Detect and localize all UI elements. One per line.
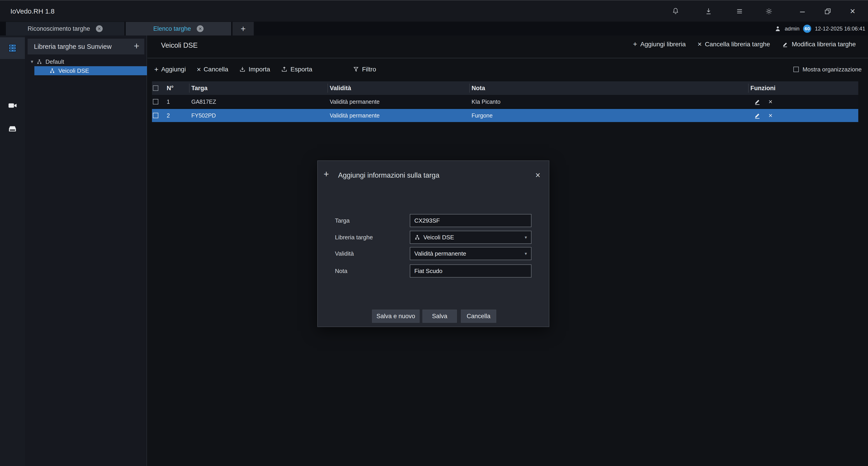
tab-label: Riconoscimento targhe bbox=[28, 25, 90, 32]
targa-input[interactable] bbox=[414, 214, 527, 227]
libreria-value: Veicoli DSE bbox=[423, 234, 454, 241]
save-button[interactable]: Salva bbox=[423, 310, 457, 323]
dialog-title: Aggiungi informazioni sulla targa bbox=[338, 171, 439, 179]
org-tree-icon bbox=[49, 68, 55, 74]
nota-field[interactable] bbox=[410, 264, 531, 277]
pencil-edit-icon bbox=[782, 41, 788, 48]
session-info: admin 60 12-12-2025 16:06:41 bbox=[774, 22, 865, 35]
plus-icon: + bbox=[154, 65, 158, 74]
add-library-button[interactable]: + Aggiungi libreria bbox=[633, 40, 686, 48]
cell-targa: FY502PD bbox=[191, 109, 216, 122]
dialog-close-icon[interactable]: × bbox=[532, 169, 544, 181]
restore-window-icon[interactable] bbox=[820, 0, 836, 22]
username[interactable]: admin bbox=[785, 26, 800, 32]
new-tab-button[interactable]: + bbox=[232, 22, 254, 35]
field-label-nota: Nota bbox=[335, 264, 405, 277]
col-funzioni[interactable]: Funzioni bbox=[750, 81, 775, 95]
table-row-selected[interactable]: 2 FY502PD Validità permanente Furgone × bbox=[152, 109, 858, 122]
libreria-select[interactable]: Veicoli DSE ▾ bbox=[410, 231, 531, 244]
storage-drive-icon bbox=[7, 124, 18, 134]
chevron-down-icon[interactable]: ▾ bbox=[525, 235, 527, 240]
show-organization-toggle[interactable]: Mostra organizzazione bbox=[794, 62, 862, 77]
session-badge[interactable]: 60 bbox=[803, 25, 811, 33]
cell-n: 1 bbox=[167, 95, 170, 108]
close-window-icon[interactable]: × bbox=[845, 0, 861, 22]
library-panel: Libreria targhe su Sunview + ▾ Default V… bbox=[25, 35, 147, 466]
chevron-down-icon[interactable]: ▾ bbox=[31, 59, 33, 65]
col-nota[interactable]: Nota bbox=[471, 81, 485, 95]
plate-library-icon bbox=[7, 43, 18, 53]
add-plate-button[interactable]: + Aggiungi bbox=[154, 65, 186, 74]
tree-item-default[interactable]: ▾ Default bbox=[25, 57, 147, 66]
import-button[interactable]: Importa bbox=[239, 66, 270, 73]
filter-funnel-icon bbox=[352, 66, 360, 73]
validita-value: Validità permanente bbox=[414, 250, 466, 257]
export-icon bbox=[281, 66, 288, 73]
add-library-icon[interactable]: + bbox=[134, 39, 139, 55]
row-checkbox[interactable] bbox=[153, 113, 158, 118]
x-icon: × bbox=[197, 65, 201, 74]
tab-close-icon[interactable]: × bbox=[197, 25, 204, 32]
divider bbox=[148, 58, 868, 58]
tab-label: Elenco targhe bbox=[153, 25, 191, 32]
save-and-new-button[interactable]: Salva e nuovo bbox=[372, 310, 420, 323]
tree-item-label: Default bbox=[45, 58, 64, 65]
select-all-checkbox[interactable] bbox=[153, 86, 158, 91]
minimize-icon[interactable] bbox=[795, 0, 810, 22]
notification-bell-icon[interactable] bbox=[668, 0, 683, 22]
edit-library-button[interactable]: Modifica libreria targhe bbox=[782, 40, 856, 48]
app-window: { "titlebar": { "app_title": "IoVedo.RH … bbox=[0, 0, 868, 466]
menu-icon[interactable] bbox=[732, 0, 747, 22]
cancel-button[interactable]: Cancella bbox=[461, 310, 496, 323]
import-icon bbox=[239, 66, 246, 73]
validita-select[interactable]: Validità permanente ▾ bbox=[410, 247, 531, 260]
sidebar-rail bbox=[0, 35, 25, 466]
user-icon bbox=[774, 25, 781, 32]
targa-field[interactable] bbox=[410, 214, 531, 227]
field-label-targa: Targa bbox=[335, 214, 405, 227]
edit-row-icon[interactable] bbox=[753, 109, 761, 122]
org-tree-icon bbox=[414, 234, 420, 240]
library-title: Veicoli DSE bbox=[161, 41, 198, 49]
delete-plate-button[interactable]: × Cancella bbox=[197, 65, 228, 74]
cell-validita: Validità permanente bbox=[330, 95, 380, 108]
tab-riconoscimento-targhe[interactable]: Riconoscimento targhe × bbox=[6, 22, 124, 35]
tab-elenco-targhe[interactable]: Elenco targhe × bbox=[126, 22, 231, 35]
sidebar-item-storage[interactable] bbox=[0, 118, 25, 140]
edit-row-icon[interactable] bbox=[753, 95, 761, 108]
sidebar-item-cameras[interactable] bbox=[0, 95, 25, 116]
sidebar-item-plate-library[interactable] bbox=[0, 37, 25, 59]
filter-button[interactable]: Filtro bbox=[352, 66, 376, 73]
field-label-libreria: Libreria targhe bbox=[335, 231, 405, 244]
cell-nota: Furgone bbox=[471, 109, 493, 122]
x-icon: × bbox=[698, 40, 702, 48]
tree-item-label: Veicoli DSE bbox=[58, 67, 89, 74]
table-row[interactable]: 1 GA817EZ Validità permanente KIa Picant… bbox=[152, 95, 858, 108]
library-panel-title: Libreria targhe su Sunview bbox=[34, 39, 112, 55]
org-tree-icon bbox=[36, 59, 42, 65]
delete-library-button[interactable]: × Cancella libreria targhe bbox=[698, 40, 770, 48]
library-panel-header: Libreria targhe su Sunview + bbox=[28, 39, 144, 55]
download-manager-icon[interactable] bbox=[701, 0, 716, 22]
settings-gear-icon[interactable] bbox=[761, 0, 777, 22]
show-organization-checkbox[interactable] bbox=[794, 67, 799, 72]
plate-toolbar: + Aggiungi × Cancella Importa Esporta bbox=[154, 62, 376, 77]
datetime: 12-12-2025 16:06:41 bbox=[815, 26, 865, 32]
cell-targa: GA817EZ bbox=[191, 95, 216, 108]
add-plate-dialog: + Aggiungi informazioni sulla targa × Ta… bbox=[317, 161, 549, 327]
titlebar: IoVedo.RH 1.8 × bbox=[0, 0, 868, 22]
tree-item-veicoli-dse[interactable]: Veicoli DSE bbox=[34, 66, 147, 75]
delete-row-icon[interactable]: × bbox=[769, 109, 773, 122]
col-n[interactable]: N° bbox=[167, 81, 174, 95]
nota-input[interactable] bbox=[414, 265, 527, 277]
export-button[interactable]: Esporta bbox=[281, 66, 312, 73]
row-checkbox[interactable] bbox=[153, 99, 158, 104]
col-targa[interactable]: Targa bbox=[191, 81, 208, 95]
col-validita[interactable]: Validità bbox=[330, 81, 351, 95]
camera-icon bbox=[7, 100, 18, 111]
delete-row-icon[interactable]: × bbox=[769, 95, 773, 108]
cell-nota: KIa Picanto bbox=[471, 95, 500, 108]
chevron-down-icon[interactable]: ▾ bbox=[525, 251, 527, 256]
tab-close-icon[interactable]: × bbox=[96, 25, 103, 32]
table-header-row: N° Targa Validità Nota Funzioni bbox=[152, 81, 858, 95]
